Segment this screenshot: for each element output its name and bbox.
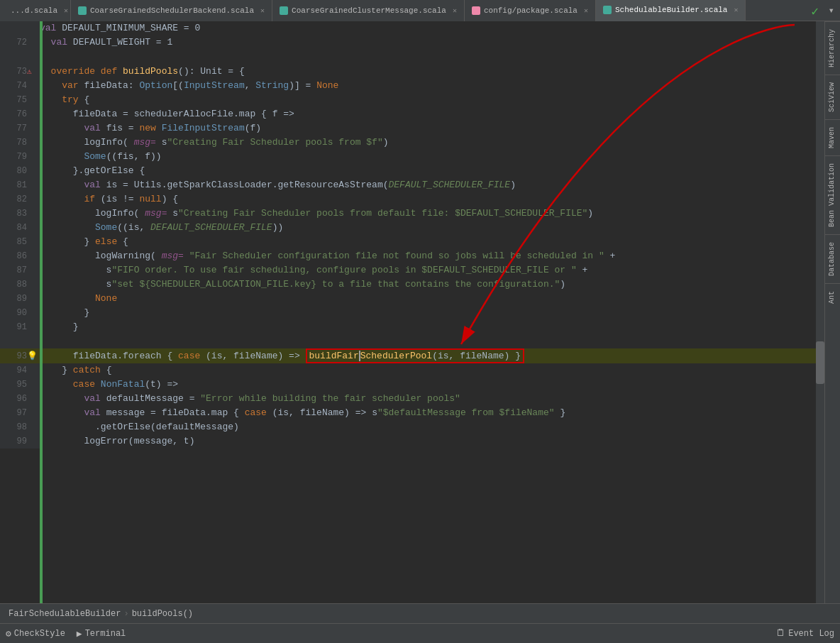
code-line-93: 93 💡 fileData.foreach { case (is, fileNa… [0, 348, 824, 363]
sidebar-tab-ant[interactable]: Ant [825, 283, 840, 311]
bulb-icon-93[interactable]: 💡 [27, 351, 38, 361]
line-icon-95 [27, 378, 40, 392]
line-icon-77 [27, 121, 40, 136]
line-num-95: 95 [0, 378, 27, 392]
tab-5-close[interactable]: ✕ [734, 6, 738, 14]
line-code-87: s"FIFO order. To use fair scheduling, co… [40, 263, 824, 277]
code-line-81: 81 val is = Utils.getSparkClassLoader.ge… [0, 178, 824, 192]
line-icon-80 [27, 164, 40, 178]
tab-5-icon [603, 6, 612, 14]
line-code-88: s"set ${SCHEDULER_ALLOCATION_FILE.key} t… [40, 277, 824, 292]
line-num-94: 94 [0, 363, 27, 378]
tab-2[interactable]: CoarseGrainedSchedulerBackend.scala ✕ [71, 0, 272, 21]
tab-5[interactable]: SchedulableBuilder.scala ✕ [596, 0, 746, 21]
event-log-item[interactable]: 🗒 Event Log [776, 628, 834, 639]
line-icon-81 [27, 178, 40, 192]
line-icon-86 [27, 249, 40, 263]
line-code-93: fileData.foreach { case (is, fileName) =… [40, 348, 824, 363]
line-num-79: 79 [0, 150, 27, 164]
error-icon-73: ⚠ [27, 67, 32, 76]
line-icon-98 [27, 420, 40, 434]
line-icon-83 [27, 207, 40, 221]
tab-1-close[interactable]: ✕ [64, 6, 68, 15]
tab-5-label: SchedulableBuilder.scala [615, 6, 727, 14]
line-num-78: 78 [0, 136, 27, 150]
line-num-88: 88 [0, 277, 27, 292]
tab-4[interactable]: config/package.scala ✕ [465, 0, 596, 21]
line-icon-87 [27, 263, 40, 277]
tab-1[interactable]: ...d.scala ✕ [0, 0, 71, 21]
breadcrumb-method[interactable]: buildPools() [132, 609, 193, 619]
line-icon-93: 💡 [27, 348, 40, 363]
line-num-77: 77 [0, 121, 27, 136]
code-line-77: 77 val fis = new FileInputStream(f) [0, 121, 824, 136]
code-line-82: 82 if (is != null) { [0, 192, 824, 207]
line-code-72: val DEFAULT_WEIGHT = 1 [40, 35, 824, 50]
tab-2-icon [78, 6, 87, 15]
line-num-blank1 [0, 50, 27, 64]
code-line-79: 79 Some((fis, f)) [0, 150, 824, 164]
line-icon-76 [27, 107, 40, 121]
checkstyle-icon: ⚙ [6, 628, 11, 639]
line-num-71 [0, 21, 27, 35]
line-code-85: } else { [40, 235, 824, 249]
code-line-98: 98 .getOrElse(defaultMessage) [0, 420, 824, 434]
code-editor[interactable]: val DEFAULT_MINIMUM_SHARE = 0 72 val DEF… [0, 21, 824, 603]
checkstyle-item[interactable]: ⚙ CheckStyle [6, 628, 65, 639]
line-num-89: 89 [0, 292, 27, 306]
tab-3-close[interactable]: ✕ [453, 6, 457, 15]
sidebar-tab-sciview[interactable]: SciView [825, 75, 840, 119]
line-icon-blank1 [27, 50, 40, 64]
line-code-95: case NonFatal(t) => [40, 378, 824, 392]
line-num-85: 85 [0, 235, 27, 249]
line-code-80: }.getOrElse { [40, 164, 824, 178]
tab-4-label: config/package.scala [484, 6, 578, 15]
checkstyle-label: CheckStyle [14, 629, 65, 639]
code-table: val DEFAULT_MINIMUM_SHARE = 0 72 val DEF… [0, 21, 824, 449]
terminal-item[interactable]: ▶ Terminal [77, 628, 126, 639]
line-num-93: 93 [0, 348, 27, 363]
tab-2-close[interactable]: ✕ [260, 6, 265, 15]
event-log-label: Event Log [788, 629, 834, 639]
tab-3-icon [280, 6, 288, 15]
line-code-96: val defaultMessage = "Error while buildi… [40, 392, 824, 406]
line-code-94: } catch { [40, 363, 824, 378]
tab-overflow-button[interactable]: ▾ [823, 4, 840, 16]
sidebar-tab-bean-validation[interactable]: Bean Validation [825, 155, 840, 234]
sidebar-tab-maven[interactable]: Maven [825, 119, 840, 155]
line-code-90: } [40, 306, 824, 320]
line-num-91: 91 [0, 320, 27, 334]
line-icon-78 [27, 136, 40, 150]
scrollbar[interactable] [816, 21, 824, 603]
line-icon-75 [27, 93, 40, 107]
line-num-81: 81 [0, 178, 27, 192]
sidebar-tab-database[interactable]: Database [825, 234, 840, 283]
line-num-80: 80 [0, 164, 27, 178]
tab-3[interactable]: CoarseGrainedClusterMessage.scala ✕ [272, 0, 465, 21]
line-icon-96 [27, 392, 40, 406]
code-line-95: 95 case NonFatal(t) => [0, 378, 824, 392]
status-bar: ⚙ CheckStyle ▶ Terminal 🗒 Event Log [0, 623, 840, 643]
line-icon-99 [27, 434, 40, 449]
line-icon-85 [27, 235, 40, 249]
line-icon-82 [27, 192, 40, 207]
breadcrumb-class[interactable]: FairSchedulableBuilder [9, 609, 121, 619]
event-log-icon: 🗒 [776, 628, 785, 639]
tab-2-label: CoarseGrainedSchedulerBackend.scala [90, 6, 254, 15]
code-line-83: 83 logInfo( msg= s"Creating Fair Schedul… [0, 207, 824, 221]
line-code-99: logError(message, t) [40, 434, 824, 449]
scroll-thumb[interactable] [816, 341, 824, 384]
code-line-88: 88 s"set ${SCHEDULER_ALLOCATION_FILE.key… [0, 277, 824, 292]
checkmark-icon: ✓ [811, 4, 819, 19]
tab-1-label: ...d.scala [11, 6, 57, 15]
code-line-87: 87 s"FIFO order. To use fair scheduling,… [0, 263, 824, 277]
terminal-label: Terminal [85, 629, 126, 639]
right-sidebar: Hierarchy SciView Maven Bean Validation … [824, 21, 840, 603]
code-line-89: 89 None [0, 292, 824, 306]
tab-4-close[interactable]: ✕ [584, 6, 588, 15]
line-num-72: 72 [0, 35, 27, 50]
line-icon-97 [27, 406, 40, 420]
line-code-blank1 [40, 50, 824, 64]
sidebar-tab-hierarchy[interactable]: Hierarchy [825, 21, 840, 75]
line-icon-72 [27, 35, 40, 50]
